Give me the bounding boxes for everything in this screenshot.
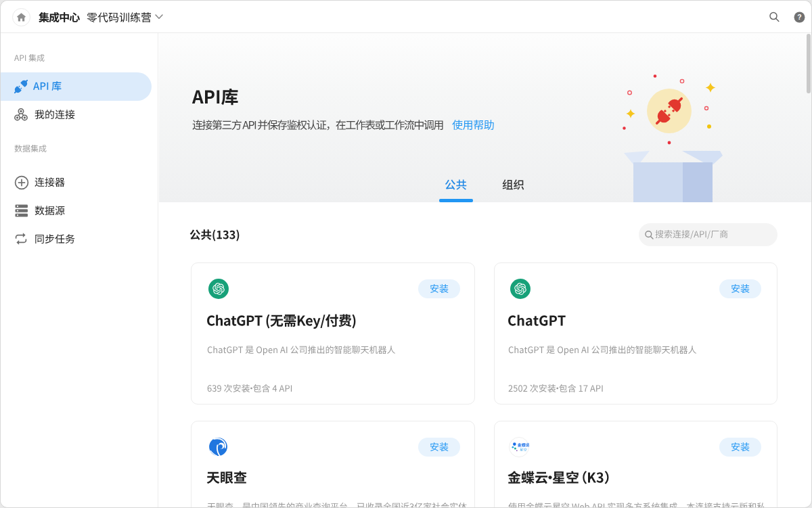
svg-text:?: ? <box>797 13 801 21</box>
